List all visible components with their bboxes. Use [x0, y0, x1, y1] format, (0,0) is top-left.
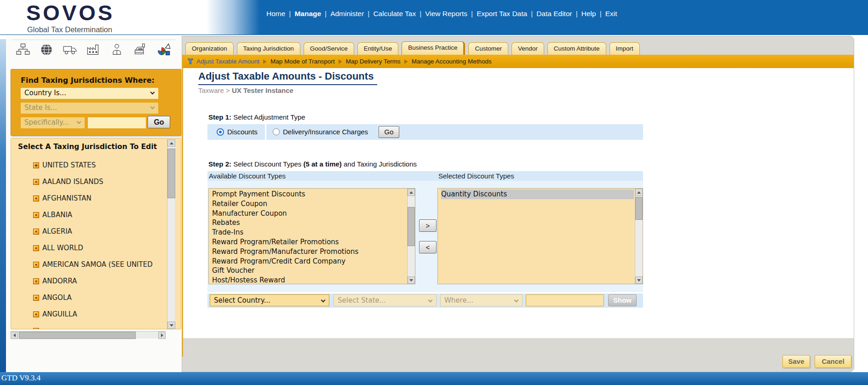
tab-custom-attribute[interactable]: Custom Attribute: [547, 42, 606, 55]
list-item[interactable]: Gift Voucher: [212, 266, 406, 276]
list-item[interactable]: Prompt Payment Discounts: [212, 190, 406, 199]
list-item[interactable]: Reward Program/Retailer Promotions: [212, 237, 406, 247]
node-icon: [33, 295, 39, 301]
nav-separator: |: [471, 10, 473, 18]
nav-export-tax-data[interactable]: Export Tax Data: [476, 10, 528, 18]
jurisdiction-item-partial[interactable]: [11, 322, 167, 329]
jurisdiction-item[interactable]: AMERICAN SAMOA (SEE UNITED: [11, 256, 167, 273]
jurisdiction-item[interactable]: UNITED STATES: [11, 157, 167, 173]
jurisdiction-item[interactable]: ALL WORLD: [11, 240, 167, 256]
scroll-up-icon[interactable]: [408, 189, 415, 196]
discounts-radio[interactable]: [217, 128, 224, 136]
scroll-left-icon[interactable]: [11, 332, 18, 339]
available-discount-types-listbox[interactable]: Prompt Payment Discounts Retailer Coupon…: [208, 188, 415, 284]
delivery-insurance-radio[interactable]: [273, 128, 280, 135]
tab-taxing-jurisdiction[interactable]: Taxing Jurisdiction: [237, 42, 300, 55]
analysis-chart-icon[interactable]: [157, 43, 171, 57]
tab-entity-use[interactable]: Entity/Use: [357, 42, 399, 55]
nav-separator: |: [531, 10, 533, 18]
menu-manage-accounting-methods[interactable]: Manage Accounting Methods: [412, 58, 492, 65]
globe-icon[interactable]: [40, 43, 53, 57]
scrollbar-thumb[interactable]: [408, 207, 415, 246]
nav-data-editor[interactable]: Data Editor: [536, 10, 573, 18]
available-list-scrollbar[interactable]: [407, 189, 415, 284]
tab-organization[interactable]: Organization: [185, 42, 234, 55]
menu-map-delivery-terms[interactable]: Map Delivery Terms: [346, 58, 401, 65]
tab-vendor[interactable]: Vendor: [512, 42, 544, 55]
node-icon: [33, 278, 39, 284]
nav-exit[interactable]: Exit: [605, 10, 618, 18]
jurisdiction-list: UNITED STATES AALAND ISLANDS AFGHANISTAN…: [11, 157, 167, 329]
move-right-button[interactable]: >: [419, 219, 437, 232]
nav-manage[interactable]: Manage: [294, 10, 322, 18]
save-button[interactable]: Save: [782, 355, 810, 368]
breadcrumb-current: UX Tester Instance: [232, 86, 293, 94]
chevron-down-icon: [428, 298, 433, 303]
scroll-down-icon[interactable]: [167, 322, 175, 329]
list-item[interactable]: Manufacturer Coupon: [212, 209, 406, 218]
jurisdiction-filter-row: Select Country... Select State... Where.…: [207, 293, 643, 308]
show-button[interactable]: Show: [608, 294, 637, 306]
jurisdiction-horizontal-scrollbar[interactable]: [11, 331, 166, 339]
person-icon[interactable]: [110, 43, 124, 57]
scroll-up-icon[interactable]: [635, 189, 643, 196]
tab-business-practice[interactable]: Business Practice: [402, 41, 465, 55]
jurisdiction-item[interactable]: AALAND ISLANDS: [11, 173, 167, 190]
list-item[interactable]: Reward Program/Manufacturer Promotions: [212, 247, 406, 257]
step1-label: Step 1: Select Adjustment Type: [208, 113, 305, 121]
menu-adjust-taxable-amount[interactable]: Adjust Taxable Amount: [196, 58, 259, 65]
scroll-down-icon[interactable]: [408, 276, 415, 284]
list-item[interactable]: Retailer Coupon: [212, 199, 406, 209]
jurisdiction-vertical-scrollbar[interactable]: [167, 139, 175, 329]
scrollbar-thumb[interactable]: [635, 197, 643, 220]
scrollbar-thumb[interactable]: [19, 332, 136, 339]
filter-funnel-icon: [187, 58, 194, 64]
list-item-selected[interactable]: Quantity Discounts: [441, 190, 634, 199]
delivery-insurance-radio-label[interactable]: Delivery/Insurance Charges: [283, 128, 368, 136]
list-item[interactable]: Host/Hostess Reward: [212, 276, 406, 285]
jurisdiction-item[interactable]: ANGOLA: [11, 289, 167, 306]
sovos-logo: SOVOS: [26, 0, 115, 25]
list-item[interactable]: Rebates: [212, 218, 406, 228]
nav-help[interactable]: Help: [581, 10, 597, 18]
nav-home[interactable]: Home: [266, 10, 286, 18]
cancel-button[interactable]: Cancel: [815, 355, 851, 368]
scrollbar-thumb[interactable]: [167, 149, 175, 198]
find-search-input[interactable]: [88, 117, 146, 128]
scroll-right-icon[interactable]: [158, 332, 166, 339]
move-left-button[interactable]: <: [419, 241, 437, 253]
jurisdiction-item[interactable]: ANGUILLA: [11, 306, 167, 322]
cash-register-icon[interactable]: [133, 43, 147, 57]
discounts-radio-label[interactable]: Discounts: [227, 128, 258, 136]
jurisdiction-item[interactable]: AFGHANISTAN: [11, 190, 167, 207]
scroll-down-icon[interactable]: [635, 276, 643, 284]
jurisdiction-item[interactable]: ALGERIA: [11, 223, 167, 240]
jurisdiction-item[interactable]: ALBANIA: [11, 207, 167, 223]
menu-map-mode-of-transport[interactable]: Map Mode of Transport: [270, 58, 335, 65]
select-country-dropdown[interactable]: Select Country...: [210, 294, 329, 306]
breadcrumb-root[interactable]: Taxware: [198, 86, 224, 94]
tab-good-service[interactable]: Good/Service: [304, 42, 354, 55]
tab-import[interactable]: Import: [609, 42, 640, 55]
scroll-up-icon[interactable]: [167, 139, 175, 147]
selected-discount-types-listbox[interactable]: Quantity Discounts: [437, 188, 643, 284]
list-item[interactable]: Trade-Ins: [212, 228, 406, 237]
truck-icon[interactable]: [63, 43, 77, 57]
jurisdiction-item[interactable]: ANDORRA: [11, 273, 167, 289]
selected-list-scrollbar[interactable]: [635, 189, 643, 284]
expand-icon[interactable]: [33, 162, 39, 168]
nav-administer[interactable]: Administer: [330, 10, 364, 18]
nav-calculate-tax[interactable]: Calculate Tax: [373, 10, 416, 18]
country-is-select[interactable]: Country Is...: [21, 88, 158, 99]
menu-arrow-icon: [404, 59, 408, 64]
list-item[interactable]: Reward Program/Credit Card Company: [212, 257, 406, 266]
filter-value-input[interactable]: [526, 294, 604, 306]
factory-icon[interactable]: [86, 43, 100, 57]
sidebar-toolbar: [11, 40, 175, 59]
org-chart-icon[interactable]: [16, 43, 30, 57]
chevron-down-icon: [514, 298, 519, 303]
tab-customer[interactable]: Customer: [468, 42, 508, 55]
find-go-button[interactable]: Go: [148, 116, 170, 128]
step1-go-button[interactable]: Go: [379, 126, 399, 138]
nav-view-reports[interactable]: View Reports: [425, 10, 468, 18]
